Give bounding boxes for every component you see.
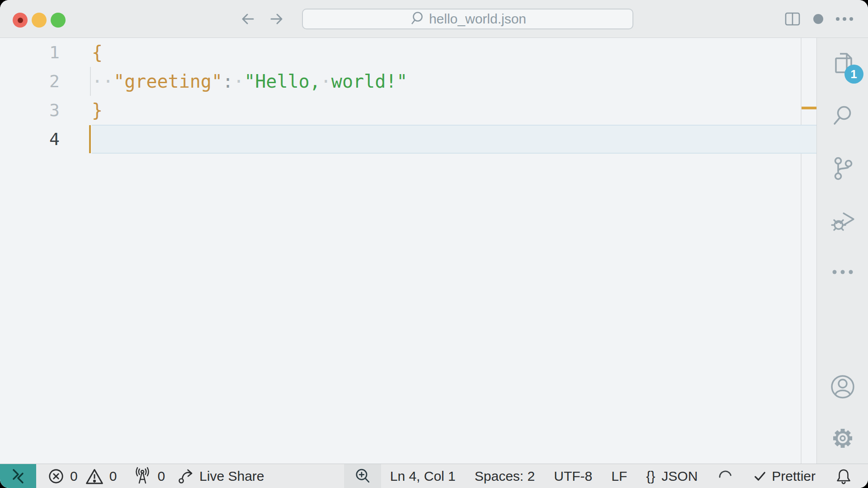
- settings-gear-icon: [830, 426, 855, 451]
- settings-button[interactable]: [830, 426, 855, 451]
- code-token: ·: [233, 71, 244, 92]
- account-button[interactable]: [830, 374, 855, 399]
- warning-count: 0: [109, 469, 117, 484]
- ports-indicator[interactable]: 0: [133, 466, 165, 486]
- notifications-bell-icon[interactable]: [835, 467, 853, 486]
- minimize-button[interactable]: [32, 13, 47, 28]
- encoding-setting[interactable]: UTF-8: [554, 469, 592, 484]
- unsaved-dot-icon: [18, 18, 23, 23]
- forward-button[interactable]: [266, 9, 286, 29]
- zoom-in-icon: [354, 468, 371, 485]
- more-actions-button[interactable]: [836, 17, 853, 21]
- code-text: }: [92, 96, 103, 125]
- ports-count: 0: [157, 469, 165, 484]
- code-token: {: [92, 42, 103, 63]
- eol-setting[interactable]: LF: [611, 469, 627, 484]
- code-line[interactable]: 3}: [0, 96, 816, 125]
- warning-icon: [85, 468, 104, 485]
- code-line[interactable]: 2··"greeting":·"Hello,·world!": [0, 67, 816, 96]
- explorer-badge: 1: [844, 65, 863, 84]
- run-debug-button[interactable]: [830, 208, 856, 234]
- code-token: "greeting": [113, 71, 222, 92]
- modified-line-marker: [802, 107, 816, 109]
- split-editor-button[interactable]: [784, 11, 801, 27]
- remote-icon: [9, 467, 27, 485]
- code-token: ·: [321, 71, 331, 92]
- check-icon: [753, 469, 767, 483]
- formatter-label: Prettier: [772, 469, 816, 484]
- braces-icon: {}: [646, 469, 655, 484]
- explorer-button[interactable]: 1: [830, 51, 855, 76]
- editor[interactable]: 1{2··"greeting":·"Hello,·world!"3}4: [0, 38, 816, 464]
- search-button[interactable]: [830, 103, 855, 129]
- code-token: ··: [92, 71, 113, 92]
- forward-arrow-icon: [266, 9, 286, 29]
- line-number: 4: [0, 125, 60, 154]
- run-debug-icon: [830, 208, 856, 234]
- code-text: ··"greeting":·"Hello,·world!": [92, 67, 407, 96]
- code-line[interactable]: 1{: [0, 38, 816, 67]
- titlebar: hello_world.json: [0, 0, 868, 38]
- account-icon: [830, 374, 855, 399]
- error-count: 0: [70, 469, 78, 484]
- search-icon: [830, 103, 855, 129]
- code-token: :: [222, 71, 233, 92]
- ellipsis-icon: [830, 268, 855, 276]
- spinner-icon: [717, 468, 734, 485]
- formatter-status[interactable]: Prettier: [753, 469, 816, 484]
- zoom-indicator[interactable]: [344, 464, 381, 488]
- indentation-setting[interactable]: Spaces: 2: [475, 469, 535, 484]
- back-arrow-icon: [238, 9, 258, 29]
- language-mode[interactable]: {} JSON: [646, 469, 698, 484]
- window-title: hello_world.json: [429, 11, 526, 27]
- back-button[interactable]: [238, 9, 258, 29]
- live-share-icon: [177, 467, 195, 485]
- language-label: JSON: [661, 469, 698, 484]
- cursor-position[interactable]: Ln 4, Col 1: [390, 469, 456, 484]
- code-token: world!": [331, 71, 408, 92]
- title-search-field[interactable]: hello_world.json: [302, 9, 633, 29]
- remote-indicator[interactable]: [0, 464, 36, 488]
- code-line[interactable]: 4: [0, 125, 816, 154]
- live-share-label: Live Share: [199, 469, 264, 484]
- code-lines: 1{2··"greeting":·"Hello,·world!"3}4: [0, 38, 816, 154]
- live-share-button[interactable]: Live Share: [177, 467, 264, 485]
- split-editor-icon: [784, 11, 801, 27]
- vscode-window: hello_world.json 1{2··"greeting":·"Hello…: [0, 0, 868, 488]
- code-token: "Hello,: [244, 71, 321, 92]
- modified-indicator-icon: [813, 14, 823, 24]
- line-number: 3: [0, 96, 60, 125]
- status-bar: 0 0 0 Live Share: [0, 464, 868, 488]
- source-control-button[interactable]: [830, 156, 855, 181]
- broadcast-tower-icon: [133, 466, 152, 486]
- code-text: {: [92, 38, 103, 67]
- activity-bar: 1: [816, 38, 868, 464]
- window-controls: [13, 13, 66, 28]
- line-number: 1: [0, 38, 60, 67]
- text-cursor: [89, 125, 91, 153]
- problems-errors[interactable]: 0: [47, 468, 78, 485]
- maximize-button[interactable]: [51, 13, 66, 28]
- code-token: }: [92, 100, 103, 121]
- error-icon: [47, 468, 65, 485]
- more-views-button[interactable]: [830, 268, 855, 276]
- source-control-branch-icon: [830, 156, 855, 181]
- search-icon: [409, 11, 425, 27]
- close-button[interactable]: [13, 13, 28, 28]
- line-number: 2: [0, 67, 60, 96]
- problems-warnings[interactable]: 0: [85, 468, 117, 485]
